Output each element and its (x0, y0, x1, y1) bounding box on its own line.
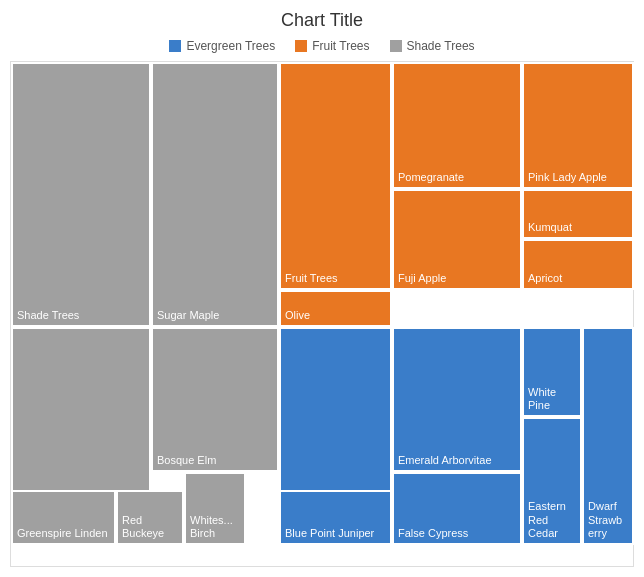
cell-label: Dwarf Strawberry (588, 500, 628, 540)
treemap-cell-fuji-apple: Fuji Apple (392, 189, 522, 290)
treemap-area: Shade TreesSugar MapleFruit TreesPomegra… (10, 61, 634, 567)
treemap-cell-shade-trees: Shade Trees (11, 62, 151, 327)
treemap-cell-greenspire: Greenspire Linden (11, 490, 116, 545)
cell-label: Whites... Birch (190, 514, 240, 540)
legend-color-shade-trees (390, 40, 402, 52)
legend-label: Evergreen Trees (186, 39, 275, 53)
cell-label: Shade Trees (17, 309, 79, 322)
cell-label: White Pine (528, 386, 576, 412)
treemap-cell-white-pine: White Pine (522, 327, 582, 417)
treemap-cell-whites-birch: Whites... Birch (184, 472, 246, 545)
cell-label: Red Buckeye (122, 514, 178, 540)
cell-label: Fuji Apple (398, 272, 446, 285)
treemap-cell-apricot: Apricot (522, 239, 634, 290)
legend-label: Fruit Trees (312, 39, 369, 53)
cell-label: Eastern Red Cedar (528, 500, 576, 540)
treemap-cell-eastern-red-cedar: Eastern Red Cedar (522, 417, 582, 545)
legend-label: Shade Trees (407, 39, 475, 53)
cell-label: Bosque Elm (157, 454, 216, 467)
legend-color-fruit-trees (295, 40, 307, 52)
cell-label: Blue Point Juniper (285, 527, 374, 540)
cell-label: Pink Lady Apple (528, 171, 607, 184)
treemap-cell-false-cypress: False Cypress (392, 472, 522, 545)
cell-label: Apricot (528, 272, 562, 285)
treemap-cell-fruit-trees: Fruit Trees (279, 62, 392, 290)
treemap-cell-kumquat: Kumquat (522, 189, 634, 239)
cell-label: Greenspire Linden (17, 527, 108, 540)
legend-item: Fruit Trees (295, 39, 369, 53)
treemap-cell-olive: Olive (279, 290, 392, 327)
cell-label: Kumquat (528, 221, 572, 234)
chart-title: Chart Title (10, 10, 634, 31)
legend-item: Shade Trees (390, 39, 475, 53)
cell-label: Emerald Arborvitae (398, 454, 492, 467)
cell-label: Fruit Trees (285, 272, 338, 285)
legend: Evergreen TreesFruit TreesShade Trees (10, 39, 634, 53)
cell-label: Olive (285, 309, 310, 322)
cell-label: Sugar Maple (157, 309, 219, 322)
chart-container: Chart Title Evergreen TreesFruit TreesSh… (0, 0, 644, 577)
legend-item: Evergreen Trees (169, 39, 275, 53)
treemap-cell-emerald-arborvitae: Emerald Arborvitae (392, 327, 522, 472)
legend-color-evergreen-trees (169, 40, 181, 52)
treemap-cell-sugar-maple: Sugar Maple (151, 62, 279, 327)
treemap-cell-dwarf-strawberry: Dwarf Strawberry (582, 327, 634, 545)
cell-label: Pomegranate (398, 171, 464, 184)
treemap-cell-pink-lady-apple: Pink Lady Apple (522, 62, 634, 189)
treemap-cell-red-buckeye: Red Buckeye (116, 490, 184, 545)
treemap-cell-bosque-elm: Bosque Elm (151, 327, 279, 472)
cell-label: False Cypress (398, 527, 468, 540)
treemap-cell-pomegranate: Pomegranate (392, 62, 522, 189)
treemap-cell-blue-point-juniper: Blue Point Juniper (279, 490, 392, 545)
